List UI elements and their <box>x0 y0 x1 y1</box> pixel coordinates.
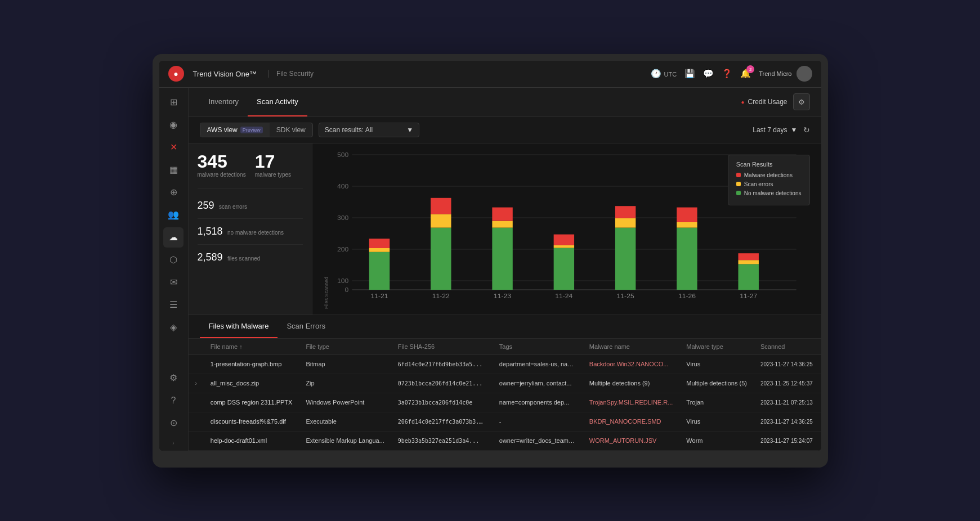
legend-clean: No malware detections <box>736 190 802 196</box>
svg-text:100: 100 <box>337 278 348 284</box>
credit-dot: ● <box>741 99 744 105</box>
svg-rect-26 <box>553 234 574 245</box>
legend-malware: Malware detections <box>736 172 802 178</box>
cell-malware-name-4[interactable]: WORM_AUTORUN.JSV <box>583 431 680 450</box>
aws-view-tab[interactable]: AWS view Preview <box>200 123 270 137</box>
cell-malware-name-3[interactable]: BKDR_NANOCORE.SMD <box>583 412 680 431</box>
svg-rect-12 <box>369 251 389 289</box>
sidebar-item-profile[interactable]: ⊙ <box>163 413 184 433</box>
legend-clean-dot <box>736 191 741 195</box>
svg-text:11-21: 11-21 <box>370 293 388 299</box>
sidebar-item-dashboard[interactable]: ▦ <box>163 160 184 180</box>
svg-rect-20 <box>492 227 512 289</box>
sidebar-item-alert[interactable]: ◉ <box>163 115 184 135</box>
save-icon[interactable]: 💾 <box>684 69 695 79</box>
screen: ● Trend Vision One™ File Security 🕐 UTC … <box>159 61 821 451</box>
cell-malware-name-0[interactable]: Backdoor.Win32.NANOCO... <box>583 354 680 374</box>
sidebar-item-help[interactable]: ? <box>163 390 184 411</box>
laptop-frame: ● Trend Vision One™ File Security 🕐 UTC … <box>153 54 828 468</box>
col-sha256[interactable]: File SHA-256 <box>391 339 493 355</box>
svg-text:400: 400 <box>337 183 348 190</box>
col-malware-type[interactable]: Malware type <box>679 339 754 355</box>
cell-actions-4: 🔍 📋 🌐 <box>820 431 821 450</box>
row-expand-2 <box>189 393 204 412</box>
big-stats: 345 malware detections 17 malware types <box>198 152 303 178</box>
time-filter[interactable]: Last 7 days ▼ <box>753 126 797 134</box>
cell-sha256-1: 0723b1bcca206fd14c0e21... <box>391 374 493 393</box>
cell-filetype-2: Windows PowerPoint <box>299 393 391 412</box>
table-row: comp DSS region 2311.PPTX Windows PowerP… <box>189 393 821 412</box>
scan-errors-number: 259 <box>198 200 214 211</box>
cell-tags-3: - <box>493 412 583 431</box>
malware-table: File name ↑ File type File SHA-256 Tags <box>189 339 821 451</box>
credit-usage-btn[interactable]: ● Credit Usage <box>741 98 787 106</box>
sidebar-item-cloud[interactable]: ☁ <box>163 227 184 248</box>
cell-malware-name-1[interactable]: Multiple detections (9) <box>583 374 680 393</box>
svg-rect-30 <box>615 206 635 218</box>
svg-text:11-22: 11-22 <box>432 293 449 299</box>
files-scanned-label: files scanned <box>227 255 260 262</box>
chat-icon[interactable]: 💬 <box>703 69 714 79</box>
main-area: 345 malware detections 17 malware types … <box>189 143 821 315</box>
malware-detections-number: 345 <box>198 152 246 170</box>
sidebar-item-search[interactable]: ⊕ <box>163 182 184 203</box>
chart-container: Files Scanned <box>324 149 810 309</box>
svg-text:11-25: 11-25 <box>616 293 634 299</box>
malware-detections-label: malware detections <box>198 172 246 178</box>
clock-icon[interactable]: 🕐 UTC <box>651 69 677 79</box>
cell-sha256-3: 206fd14c0e217ffc3a073b3... <box>391 412 493 431</box>
cell-scanned-2: 2023-11-21 07:25:13 <box>754 393 820 412</box>
sidebar-item-users[interactable]: 👥 <box>163 205 184 225</box>
app-title: Trend Vision One™ <box>193 70 257 78</box>
scan-errors-label: scan errors <box>219 204 247 210</box>
cell-tags-4: owner=writer_docs_team_s... <box>493 431 583 450</box>
sidebar-item-analytics[interactable]: ◈ <box>163 317 184 338</box>
view-tabs: AWS view Preview SDK view <box>200 123 313 137</box>
row-expand-1[interactable]: › <box>189 374 204 393</box>
notification-icon[interactable]: 🔔 2 <box>740 69 751 79</box>
legend-malware-dot <box>736 173 741 177</box>
sidebar-item-settings[interactable]: ⚙ <box>163 368 184 388</box>
col-tags[interactable]: Tags <box>493 339 583 355</box>
col-filetype[interactable]: File type <box>299 339 391 355</box>
user-menu[interactable]: Trend Micro <box>759 66 812 82</box>
cell-actions-3: 🔍 📋 🌐 <box>820 412 821 431</box>
cell-filename-0: 1-presentation-graph.bmp <box>204 354 299 374</box>
cell-malware-name-2[interactable]: TrojanSpy.MSIL.REDLINE.R... <box>583 393 680 412</box>
sidebar-item-x[interactable]: ✕ <box>163 137 184 158</box>
page-settings-btn[interactable]: ⚙ <box>793 93 810 110</box>
tab-files-malware[interactable]: Files with Malware <box>200 315 278 338</box>
refresh-button[interactable]: ↻ <box>803 125 810 134</box>
col-filename[interactable]: File name ↑ <box>204 339 299 355</box>
svg-text:11-23: 11-23 <box>494 293 511 299</box>
svg-rect-18 <box>431 197 451 214</box>
sidebar-collapse[interactable]: › <box>172 440 174 446</box>
cell-sha256-4: 9beb33a5b327ea251d3a4... <box>391 431 493 450</box>
cell-malware-type-1: Multiple detections (5) <box>679 374 754 393</box>
malware-detections-stat: 345 malware detections <box>198 152 246 178</box>
svg-text:200: 200 <box>337 246 348 253</box>
tab-scan-errors[interactable]: Scan Errors <box>278 315 334 338</box>
tab-scan-activity[interactable]: Scan Activity <box>248 88 307 116</box>
legend-malware-label: Malware detections <box>744 172 793 178</box>
cell-filetype-1: Zip <box>299 374 391 393</box>
scan-results-dropdown[interactable]: Scan results: All ▼ <box>319 123 419 137</box>
sidebar-item-mail[interactable]: ✉ <box>163 272 184 293</box>
table-row: › all_misc_docs.zip Zip 0723b1bcca206fd1… <box>189 374 821 393</box>
sidebar-item-shield[interactable]: ⬡ <box>163 250 184 270</box>
tab-inventory[interactable]: Inventory <box>200 88 248 116</box>
svg-rect-37 <box>738 260 758 264</box>
sdk-view-tab[interactable]: SDK view <box>270 123 312 137</box>
svg-text:300: 300 <box>337 215 348 221</box>
no-malware-stat: 1,518 no malware detections <box>198 219 303 245</box>
cell-sha256-2: 3a0723b1bcca206fd14c0e <box>391 393 493 412</box>
table-tabs: Files with Malware Scan Errors <box>189 315 821 339</box>
col-malware-name[interactable]: Malware name <box>583 339 680 355</box>
help-nav-icon[interactable]: ❓ <box>722 69 732 79</box>
sidebar-item-list[interactable]: ☰ <box>163 295 184 315</box>
cell-scanned-0: 2023-11-27 14:36:25 <box>754 354 820 374</box>
sidebar-item-home[interactable]: ⊞ <box>163 92 184 113</box>
col-scanned[interactable]: Scanned <box>754 339 820 355</box>
svg-text:11-26: 11-26 <box>678 293 695 299</box>
svg-rect-14 <box>369 239 389 248</box>
